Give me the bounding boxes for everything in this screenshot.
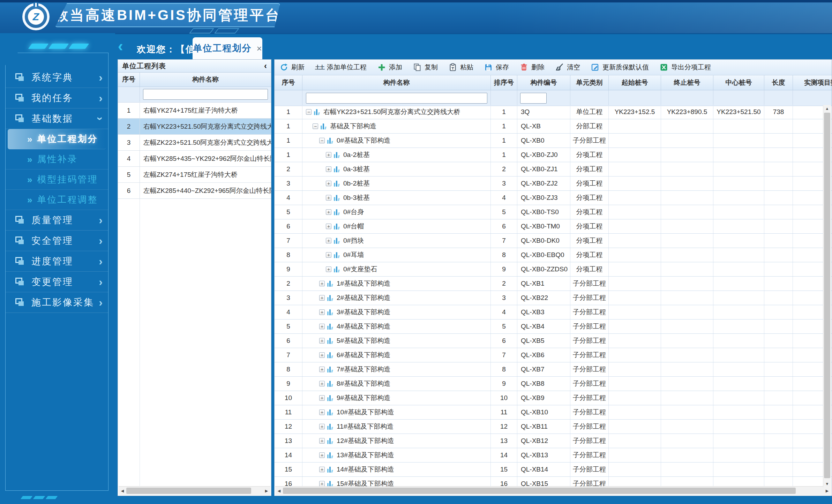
collapse-toggle-icon[interactable]: − (306, 109, 312, 115)
toolbar-button-paste[interactable]: 粘贴 (448, 63, 473, 72)
toolbar-button-delete[interactable]: 删除 (519, 63, 545, 72)
left-horizontal-scrollbar[interactable]: ◀ ▶ (119, 486, 270, 495)
expand-toggle-icon[interactable]: + (319, 395, 325, 401)
expand-toggle-icon[interactable]: + (319, 309, 325, 315)
expand-toggle-icon[interactable]: + (319, 438, 325, 444)
tree-table-row[interactable]: 5+4#基础及下部构造5QL-XB4子分部工程 (275, 319, 832, 334)
scroll-up-icon[interactable]: ▲ (823, 105, 831, 112)
expand-toggle-icon[interactable]: + (326, 166, 331, 172)
expand-toggle-icon[interactable]: + (319, 295, 325, 301)
expand-toggle-icon[interactable]: + (326, 266, 331, 272)
expand-toggle-icon[interactable]: + (326, 209, 331, 215)
expand-toggle-icon[interactable]: + (319, 409, 325, 415)
tree-table-row[interactable]: 1−右幅YK223+521.50阿克塞分离式立交跨线大桥13Q单位工程YK223… (275, 105, 832, 119)
toolbar-button-refresh[interactable]: 刷新 (279, 63, 305, 72)
tree-table-row[interactable]: 2+0a-3桩基2QL-XB0-ZJ1分项工程 (275, 162, 832, 176)
main-vertical-scrollbar[interactable]: ▲ ▼ (823, 105, 831, 487)
left-name-filter-input[interactable] (143, 89, 268, 100)
tree-table-row[interactable]: 15+14#基础及下部构造15QL-XB14子分部工程 (275, 462, 832, 477)
tree-table-row[interactable]: 5+0#台身5QL-XB0-TS0分项工程 (275, 205, 832, 219)
tab-close-icon[interactable]: × (256, 44, 262, 53)
tree-table-row[interactable]: 6+5#基础及下部构造6QL-XB5子分部工程 (275, 334, 832, 348)
main-hscroll-thumb[interactable] (283, 488, 796, 494)
tree-table-row[interactable]: 16+15#基础及下部构造16QL-XB15子分部工程 (275, 477, 832, 487)
tree-table-row[interactable]: 9+0#支座垫石9QL-XB0-ZZDS0分项工程 (275, 262, 832, 277)
sidebar-subitem-attribute-supplement[interactable]: »属性补录 (6, 149, 108, 170)
expand-toggle-icon[interactable]: + (319, 381, 325, 386)
sidebar-item-change-management[interactable]: 变更管理› (6, 272, 108, 292)
unit-project-row[interactable]: 3左幅ZK223+521.50阿克塞分离式立交跨线大桥 (118, 135, 271, 151)
tree-table-row[interactable]: 10+9#基础及下部构造10QL-XB9子分部工程 (275, 391, 832, 405)
expand-toggle-icon[interactable]: + (319, 352, 325, 358)
tree-table-row[interactable]: 8+0#耳墙8QL-XB0-EBQ0分项工程 (275, 248, 832, 262)
expand-toggle-icon[interactable]: + (319, 324, 325, 329)
scroll-left-icon[interactable]: ◀ (119, 489, 126, 493)
tree-table-row[interactable]: 3+2#基础及下部构造3QL-XB22子分部工程 (275, 291, 832, 305)
scroll-down-icon[interactable]: ▼ (823, 480, 831, 487)
expand-toggle-icon[interactable]: + (319, 452, 325, 458)
toolbar-button-copy[interactable]: 复制 (413, 63, 438, 72)
tree-table-row[interactable]: 1−0#基础及下部构造1QL-XB0子分部工程 (275, 134, 832, 148)
expand-toggle-icon[interactable]: + (326, 238, 331, 243)
tree-table-row[interactable]: 4+0b-3桩基4QL-XB0-ZJ3分项工程 (275, 191, 832, 205)
tab-unit-project-division[interactable]: 单位工程划分 × (193, 37, 262, 59)
sidebar-item-my-tasks[interactable]: 我的任务› (6, 88, 108, 108)
tree-table-row[interactable]: 1−基础及下部构造1QL-XB分部工程 (275, 119, 832, 134)
name-filter-input[interactable] (306, 93, 487, 104)
tree-table-row[interactable]: 1+0a-2桩基1QL-XB0-ZJ0分项工程 (275, 148, 832, 162)
sidebar-subitem-unit-project-division[interactable]: »单位工程划分 (8, 129, 106, 149)
sidebar-subitem-model-code-management[interactable]: »模型挂码管理 (6, 170, 108, 190)
tree-table-row[interactable]: 7+6#基础及下部构造7QL-XB6子分部工程 (275, 348, 832, 362)
tree-table-row[interactable]: 7+0#挡块7QL-XB0-DK0分项工程 (275, 234, 832, 248)
unit-project-row[interactable]: 5左幅ZK274+175红崖子沟特大桥 (118, 167, 271, 183)
expand-toggle-icon[interactable]: + (326, 224, 331, 229)
toolbar-button-export-subitem[interactable]: 导出分项工程 (659, 63, 711, 72)
tabs-back-icon[interactable]: ‹ (118, 38, 123, 54)
tree-table-row[interactable]: 12+11#基础及下部构造12QL-XB11子分部工程 (275, 420, 832, 434)
code-filter-input[interactable] (520, 93, 547, 104)
expand-toggle-icon[interactable]: + (319, 467, 325, 472)
toolbar-button-add[interactable]: 添加 (377, 63, 402, 72)
panel-collapse-icon[interactable]: ‹ (264, 62, 267, 70)
tree-table-row[interactable]: 14+13#基础及下部构造14QL-XB13子分部工程 (275, 448, 832, 462)
expand-toggle-icon[interactable]: + (326, 181, 331, 186)
unit-project-row[interactable]: 2右幅YK223+521.50阿克塞分离式立交跨线大桥 (118, 119, 271, 135)
tree-table-row[interactable]: 11+10#基础及下部构造11QL-XB10子分部工程 (275, 405, 832, 420)
sidebar-item-progress-management[interactable]: 进度管理› (6, 251, 108, 272)
sidebar-item-quality-management[interactable]: 质量管理› (6, 210, 108, 231)
scroll-right-icon[interactable]: ▶ (263, 489, 270, 493)
main-vscroll-thumb[interactable] (824, 113, 830, 478)
expand-toggle-icon[interactable]: + (319, 481, 325, 487)
tree-table-row[interactable]: 6+0#台帽6QL-XB0-TM0分项工程 (275, 219, 832, 234)
sidebar-item-base-data[interactable]: 基础数据› (6, 108, 108, 129)
expand-toggle-icon[interactable]: + (319, 367, 325, 372)
sidebar-subitem-unit-project-adjust[interactable]: »单位工程调整 (6, 190, 108, 210)
toolbar-button-clear[interactable]: 清空 (555, 63, 580, 72)
sidebar-item-safety-management[interactable]: 安全管理› (6, 231, 108, 251)
unit-project-row[interactable]: 1右幅YK274+175红崖子沟特大桥 (118, 103, 271, 119)
toolbar-button-update-qa-default[interactable]: 更新质保默认值 (591, 63, 649, 72)
unit-project-row[interactable]: 6左幅ZK285+440~ZK292+965阿尔金山特长隧道 (118, 183, 271, 199)
sidebar-item-construction-image-capture[interactable]: 施工影像采集› (6, 292, 108, 313)
collapse-toggle-icon[interactable]: − (313, 123, 318, 129)
unit-project-row[interactable]: 4右幅YK285+435~YK292+962阿尔金山特长隧道 (118, 151, 271, 167)
scroll-left-icon[interactable]: ◀ (275, 489, 283, 493)
tree-table-row[interactable]: 13+12#基础及下部构造13QL-XB12子分部工程 (275, 434, 832, 448)
scroll-right-icon[interactable]: ▶ (823, 489, 831, 493)
expand-toggle-icon[interactable]: + (326, 152, 331, 158)
tree-table-row[interactable]: 2+1#基础及下部构造2QL-XB1子分部工程 (275, 277, 832, 291)
expand-toggle-icon[interactable]: + (319, 281, 325, 286)
tree-table-row[interactable]: 4+3#基础及下部构造4QL-XB3子分部工程 (275, 305, 832, 319)
expand-toggle-icon[interactable]: + (326, 195, 331, 201)
left-hscroll-thumb[interactable] (126, 488, 251, 494)
expand-toggle-icon[interactable]: + (319, 338, 325, 344)
expand-toggle-icon[interactable]: + (326, 252, 331, 258)
toolbar-button-add-unit-project[interactable]: 土土添加单位工程 (315, 63, 367, 72)
expand-toggle-icon[interactable]: + (319, 424, 325, 429)
tree-table-row[interactable]: 3+0b-2桩基3QL-XB0-ZJ2分项工程 (275, 176, 832, 191)
main-horizontal-scrollbar[interactable]: ◀ ▶ (275, 486, 831, 495)
tree-table-row[interactable]: 9+8#基础及下部构造9QL-XB8子分部工程 (275, 377, 832, 391)
toolbar-button-save[interactable]: 保存 (484, 63, 509, 72)
tree-table-row[interactable]: 8+7#基础及下部构造8QL-XB7子分部工程 (275, 362, 832, 377)
sidebar-item-system-dictionary[interactable]: 系统字典› (6, 67, 108, 88)
